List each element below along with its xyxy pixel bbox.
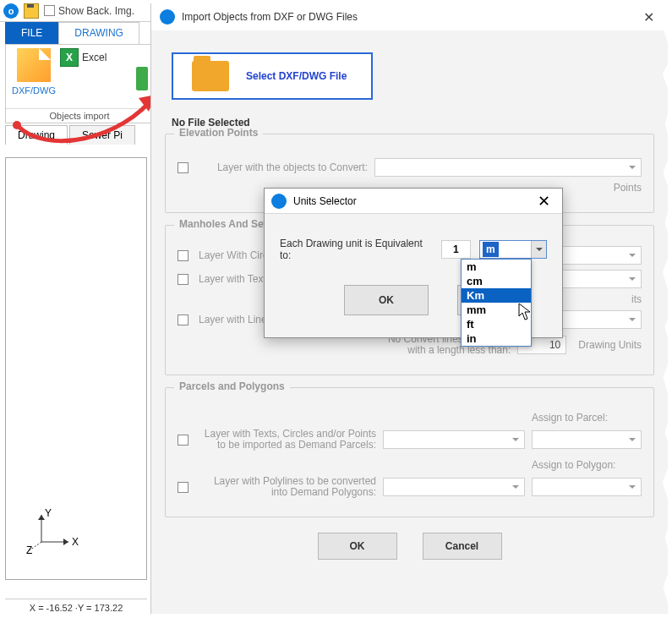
mouse-cursor-icon	[518, 303, 532, 321]
drawing-viewport[interactable]: X Y Z	[5, 157, 147, 580]
checkbox-icon[interactable]	[178, 482, 188, 493]
chevron-down-icon[interactable]	[531, 241, 546, 258]
group-title-parcels: Parcels and Polygons	[174, 380, 290, 392]
import-titlebar: Import Objects from DXF or DWG Files ✕	[151, 3, 668, 30]
par-poly-label: Layer with Polylines to be converted int…	[199, 476, 376, 498]
import-ok-button[interactable]: OK	[318, 533, 397, 560]
par-texts-combo[interactable]	[383, 430, 525, 449]
units-combo-value: m	[483, 242, 499, 257]
checkbox-icon	[44, 5, 55, 16]
elev-layer-label: Layer with the objects to Convert:	[199, 161, 368, 173]
tab-file[interactable]: FILE	[5, 22, 58, 44]
units-combo[interactable]: m	[479, 240, 547, 259]
drawing-units-label: Drawing Units	[578, 339, 642, 351]
svg-marker-6	[38, 515, 45, 520]
elev-points-suffix: Points	[614, 182, 642, 194]
dxf-label: DXF/DWG	[12, 85, 56, 96]
select-file-button[interactable]: Select DXF/DWG File	[172, 52, 373, 100]
checkbox-icon[interactable]	[178, 314, 188, 325]
unit-option-in[interactable]: in	[462, 331, 531, 346]
elev-layer-combo[interactable]	[374, 158, 642, 177]
checkbox-icon[interactable]	[178, 435, 188, 446]
excel-icon: X	[60, 48, 79, 67]
units-value-input[interactable]: 1	[441, 240, 471, 259]
doc-tab-drawing[interactable]: Drawing	[5, 125, 68, 145]
ribbon-panel-objects-import: DXF/DWG X Excel Objects import	[5, 44, 154, 123]
axes-gizmo-icon: X Y Z	[26, 508, 80, 554]
svg-text:Z: Z	[26, 544, 32, 554]
dialog-icon	[160, 9, 175, 25]
units-titlebar: Units Selector ✕	[265, 189, 562, 214]
checkbox-icon[interactable]	[178, 162, 188, 173]
tab-drawing[interactable]: DRAWING	[58, 22, 139, 44]
dialog-icon	[271, 194, 287, 209]
coordinates-status: X = -16.52 ·Y = 173.22	[5, 599, 147, 613]
units-close-button[interactable]: ✕	[533, 192, 555, 211]
svg-text:Y: Y	[45, 508, 52, 519]
import-cancel-button[interactable]: Cancel	[423, 533, 502, 560]
assign-parcel-label: Assign to Parcel:	[532, 412, 642, 424]
partial-green-icon	[136, 67, 148, 90]
excel-label: Excel	[82, 52, 107, 63]
dxf-file-icon	[17, 48, 51, 82]
assign-polygon-combo[interactable]	[532, 478, 642, 496]
checkbox-icon[interactable]	[178, 250, 188, 261]
select-file-label: Select DXF/DWG File	[246, 70, 347, 82]
import-close-button[interactable]: ✕	[638, 9, 659, 25]
par-poly-combo[interactable]	[383, 478, 525, 496]
svg-marker-3	[63, 539, 68, 545]
units-equivalent-label: Each Drawing unit is Equivalent to:	[280, 238, 433, 261]
units-title: Units Selector	[293, 195, 357, 207]
group-title-elevation: Elevation Points	[174, 127, 263, 139]
units-ok-button[interactable]: OK	[344, 285, 429, 315]
checkbox-icon[interactable]	[178, 274, 188, 285]
par-texts-label: Layer with Texts, Circles and/or Points …	[199, 429, 376, 451]
group-parcels-polygons: Parcels and Polygons Assign to Parcel: L…	[165, 387, 654, 517]
dxf-dwg-button[interactable]: DXF/DWG	[11, 48, 57, 96]
save-icon[interactable]	[24, 3, 39, 19]
unit-option-m[interactable]: m	[462, 260, 531, 274]
show-back-label: Show Back. Img.	[58, 5, 134, 17]
svg-text:X: X	[72, 536, 79, 548]
assign-parcel-combo[interactable]	[532, 430, 642, 449]
doc-tab-sewer[interactable]: Sewer Pi	[69, 125, 135, 145]
assign-polygon-label: Assign to Polygon:	[532, 459, 642, 471]
ribbon-group-label: Objects import	[6, 108, 153, 123]
folder-icon	[192, 61, 229, 91]
man-its-suffix: its	[631, 293, 642, 305]
excel-button[interactable]: X Excel	[60, 48, 107, 67]
unit-option-cm[interactable]: cm	[462, 274, 531, 288]
unit-option-km[interactable]: Km	[462, 288, 531, 303]
app-icon: o	[3, 3, 19, 19]
show-back-img-toggle[interactable]: Show Back. Img.	[44, 5, 134, 17]
import-title: Import Objects from DXF or DWG Files	[182, 11, 358, 23]
